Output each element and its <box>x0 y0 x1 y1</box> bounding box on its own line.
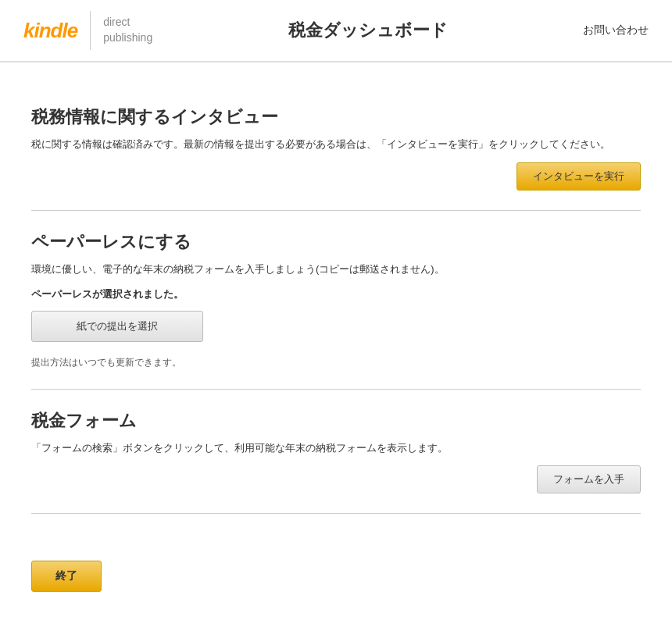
tax-form-title: 税金フォーム <box>31 409 641 433</box>
tax-interview-section: 税務情報に関するインタビュー 税に関する情報は確認済みです。最新の情報を提出する… <box>31 86 641 211</box>
tax-interview-title: 税務情報に関するインタビュー <box>31 105 641 129</box>
paperless-title: ペーパーレスにする <box>31 230 641 254</box>
kindle-logo: kindle <box>23 19 77 43</box>
header: kindle direct publishing 税金ダッシュボード お問い合わ… <box>0 0 672 62</box>
tax-form-action: フォームを入手 <box>31 465 641 493</box>
direct-publishing-label: direct publishing <box>103 15 152 45</box>
run-interview-button[interactable]: インタビューを実行 <box>517 162 641 191</box>
paperless-section: ペーパーレスにする 環境に優しい、電子的な年末の納税フォームを入手しましょう(コ… <box>31 211 641 390</box>
paperless-status: ペーパーレスが選択されました。 <box>31 287 641 301</box>
page-title: 税金ダッシュボード <box>288 19 448 42</box>
contact-link[interactable]: お問い合わせ <box>583 23 649 37</box>
get-form-button[interactable]: フォームを入手 <box>537 465 641 493</box>
paperless-note: 提出方法はいつでも更新できます。 <box>31 356 641 369</box>
tax-interview-action: インタビューを実行 <box>31 162 641 191</box>
logo-divider <box>90 11 91 50</box>
footer-area: 終了 <box>0 537 672 615</box>
paper-submit-button[interactable]: 紙での提出を選択 <box>31 311 203 342</box>
tax-interview-description: 税に関する情報は確認済みです。最新の情報を提出する必要がある場合は、「インタビュ… <box>31 137 641 153</box>
paperless-description: 環境に優しい、電子的な年末の納税フォームを入手しましょう(コピーは郵送されません… <box>31 262 641 278</box>
logo-area: kindle direct publishing <box>23 11 152 50</box>
finish-button[interactable]: 終了 <box>31 561 102 592</box>
tax-form-description: 「フォームの検索」ボタンをクリックして、利用可能な年末の納税フォームを表示します… <box>31 440 641 457</box>
kindle-brand: kindle <box>23 19 77 43</box>
tax-form-section: 税金フォーム 「フォームの検索」ボタンをクリックして、利用可能な年末の納税フォー… <box>31 390 641 515</box>
main-content: 税務情報に関するインタビュー 税に関する情報は確認済みです。最新の情報を提出する… <box>0 62 672 537</box>
